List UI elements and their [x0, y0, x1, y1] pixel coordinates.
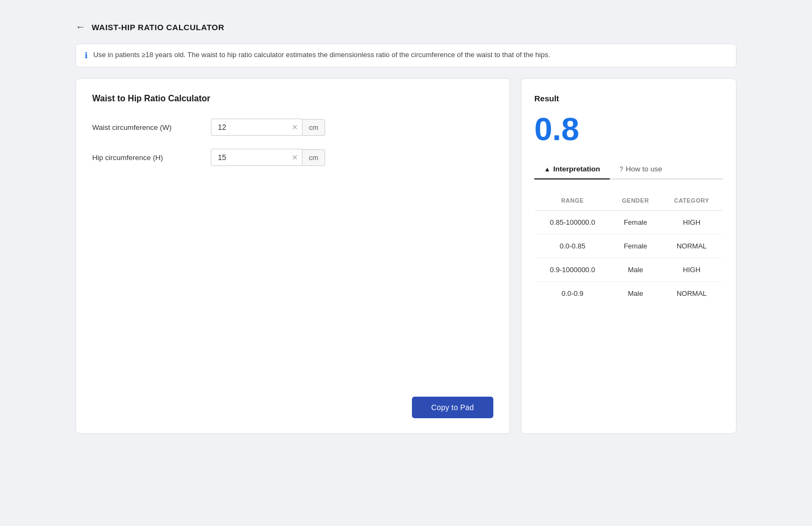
- how-to-use-tab-label: How to use: [626, 165, 663, 173]
- info-icon: ℹ: [85, 51, 88, 60]
- waist-input-group: ✕ cm: [211, 119, 325, 136]
- col-category: CATEGORY: [661, 191, 723, 211]
- tab-interpretation[interactable]: ▲ Interpretation: [534, 160, 610, 179]
- interpretation-tab-icon: ▲: [544, 165, 550, 173]
- hip-input[interactable]: [211, 149, 302, 166]
- result-panel: Result 0.8 ▲ Interpretation ? How to use…: [521, 78, 737, 434]
- result-value: 0.8: [534, 110, 723, 148]
- tab-how-to-use[interactable]: ? How to use: [610, 160, 672, 179]
- hip-input-group: ✕ cm: [211, 149, 325, 166]
- page-title: WAIST-HIP RATIO CALCULATOR: [92, 23, 224, 32]
- interpretation-table: RANGE GENDER CATEGORY 0.85-100000.0Femal…: [534, 190, 723, 306]
- result-label: Result: [534, 94, 723, 103]
- copy-to-pad-button[interactable]: Copy to Pad: [412, 397, 493, 418]
- waist-clear-icon[interactable]: ✕: [292, 123, 298, 132]
- main-layout: Waist to Hip Ratio Calculator Waist circ…: [75, 78, 737, 434]
- tabs-row: ▲ Interpretation ? How to use: [534, 160, 723, 179]
- hip-input-wrapper: ✕: [211, 149, 302, 166]
- table-row: 0.85-100000.0FemaleHIGH: [535, 211, 723, 234]
- copy-btn-row: Copy to Pad: [412, 397, 493, 418]
- info-banner: ℹ Use in patients ≥18 years old. The wai…: [75, 44, 737, 67]
- page-header: ← WAIST-HIP RATIO CALCULATOR: [75, 22, 737, 33]
- table-row: 0.0-0.85FemaleNORMAL: [535, 234, 723, 258]
- info-text: Use in patients ≥18 years old. The waist…: [93, 51, 550, 59]
- hip-field-row: Hip circumference (H) ✕ cm: [92, 149, 493, 166]
- waist-label: Waist circumference (W): [92, 123, 211, 132]
- back-button[interactable]: ←: [75, 22, 85, 33]
- waist-field-row: Waist circumference (W) ✕ cm: [92, 119, 493, 136]
- interpretation-tab-label: Interpretation: [553, 165, 600, 173]
- waist-unit: cm: [302, 119, 325, 136]
- table-row: 0.0-0.9MaleNORMAL: [535, 282, 723, 306]
- col-gender: GENDER: [610, 191, 661, 211]
- table-header-row: RANGE GENDER CATEGORY: [535, 191, 723, 211]
- hip-unit: cm: [302, 149, 325, 166]
- waist-input-wrapper: ✕: [211, 119, 302, 136]
- how-to-use-tab-icon: ?: [620, 165, 623, 173]
- calculator-title: Waist to Hip Ratio Calculator: [92, 94, 493, 103]
- calculator-panel: Waist to Hip Ratio Calculator Waist circ…: [75, 78, 510, 434]
- hip-label: Hip circumference (H): [92, 154, 211, 162]
- hip-clear-icon[interactable]: ✕: [292, 153, 298, 162]
- col-range: RANGE: [535, 191, 610, 211]
- waist-input[interactable]: [211, 119, 302, 136]
- table-row: 0.9-1000000.0MaleHIGH: [535, 258, 723, 282]
